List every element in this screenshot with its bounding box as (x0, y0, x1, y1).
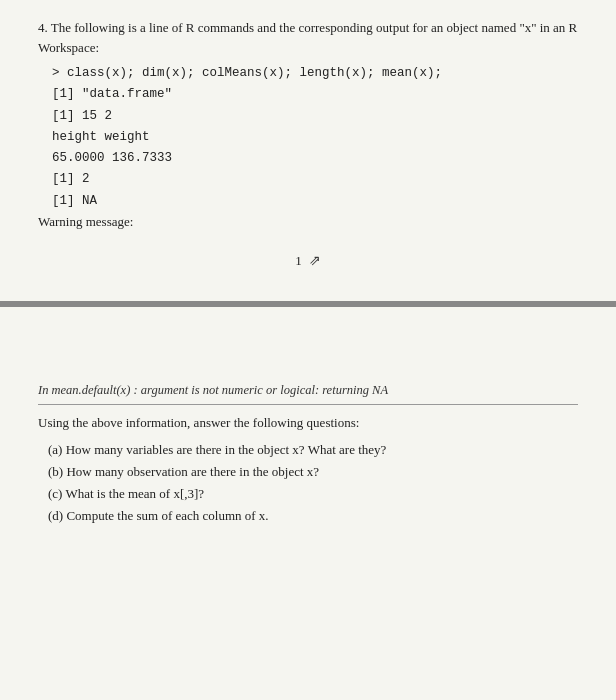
bottom-section: In mean.default(x) : argument is not num… (0, 307, 616, 545)
sub-question-a: (a) How many variables are there in the … (48, 439, 578, 461)
using-text: Using the above information, answer the … (38, 415, 578, 431)
warning-detail: In mean.default(x) : argument is not num… (38, 383, 578, 405)
page-number: 1 (295, 253, 302, 268)
warning-line: Warning message: (38, 214, 578, 230)
output-line-6: [1] NA (52, 191, 578, 212)
top-section: 4. The following is a line of R commands… (0, 0, 616, 291)
output-line-5: [1] 2 (52, 169, 578, 190)
code-block: > class(x); dim(x); colMeans(x); length(… (52, 63, 578, 212)
output-line-4: 65.0000 136.7333 (52, 148, 578, 169)
sub-question-b: (b) How many observation are there in th… (48, 461, 578, 483)
cursor-icon: ⇗ (309, 252, 321, 269)
question-number: 4. (38, 20, 48, 35)
question-intro-text: The following is a line of R commands an… (38, 20, 577, 55)
output-line-2: [1] 15 2 (52, 106, 578, 127)
output-line-1: [1] "data.frame" (52, 84, 578, 105)
page: 4. The following is a line of R commands… (0, 0, 616, 700)
page-number-row: 1 ⇗ (38, 252, 578, 269)
bottom-space (38, 323, 578, 383)
question-intro: 4. The following is a line of R commands… (38, 18, 578, 57)
output-line-3: height weight (52, 127, 578, 148)
sub-question-c: (c) What is the mean of x[,3]? (48, 483, 578, 505)
prompt-line: > class(x); dim(x); colMeans(x); length(… (52, 63, 578, 84)
sub-question-d: (d) Compute the sum of each column of x. (48, 505, 578, 527)
